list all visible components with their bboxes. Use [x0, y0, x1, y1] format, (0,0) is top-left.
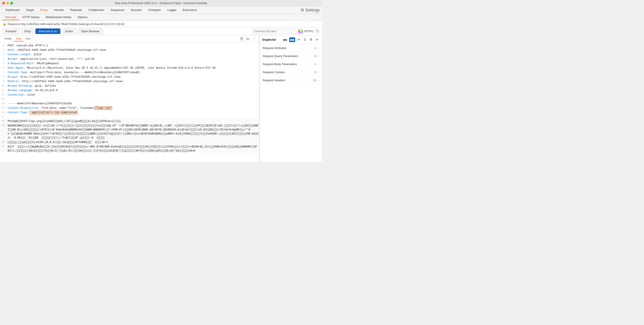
inspector-row[interactable]: Request Query Parameters0›: [260, 52, 322, 60]
inspector-title: Inspector: [262, 38, 281, 42]
request-body: 1POST /upload.php HTTP/1.12Host: c663f3e…: [0, 42, 259, 162]
line-content: Referer: http://c663f3e2-4485-4ae8-a25b-…: [7, 80, 259, 84]
http-version-label: HTTP/1: [304, 30, 314, 33]
settings-button[interactable]: ⚙ Settings: [300, 8, 320, 12]
inspector-row-label: Request Headers: [263, 78, 313, 82]
line-number: 20: [0, 140, 7, 144]
nav-item-proxy[interactable]: Proxy: [37, 7, 51, 13]
line-content: Content-Length: 14214: [7, 52, 259, 57]
forward-button[interactable]: Forward: [2, 28, 20, 34]
inspector-row-label: Request Query Parameters: [263, 54, 314, 58]
second-nav: Intercept HTTP history WebSockets histor…: [0, 14, 322, 21]
intercept-button[interactable]: Intercept is on: [35, 28, 60, 34]
line-number: 16: [0, 110, 7, 114]
svg-point-7: [300, 32, 301, 33]
top-nav-right: ⚙ Settings: [300, 8, 320, 12]
line-number: 13: [0, 97, 7, 101]
maximize-button[interactable]: [10, 2, 13, 4]
more-options-button[interactable]: ⋮: [252, 36, 257, 42]
nav-item-logger[interactable]: Logger: [164, 7, 180, 13]
inspector-grid-view-button[interactable]: ■■: [282, 38, 288, 42]
request-line: 21A  f` J   (</  NgØØuØw  Z$-  m{5 Md}Øy…: [0, 144, 259, 153]
main-content: Pretty Raw Hex ☰ \n ⋮ 1POST /upload.php …: [0, 35, 322, 162]
tab-intercept[interactable]: Intercept: [2, 14, 19, 20]
spectrum-icon: [298, 29, 303, 34]
request-line: 15Content-Disposition: form-data; name="…: [0, 106, 259, 110]
request-line: 10Accept-Encoding: gzip, deflate: [0, 84, 259, 88]
inspector-row-label: Request Body Parameters: [263, 62, 314, 66]
request-line: 14------WebKitFormBoundaryjS40GYSSftsUau…: [0, 102, 259, 106]
request-line: 12Connection: close: [0, 93, 259, 97]
inspector-settings-button[interactable]: ⚙: [308, 37, 313, 42]
line-number: 6: [0, 66, 7, 70]
tab-websockets-history[interactable]: WebSockets history: [43, 14, 74, 20]
line-content: X-Requested-With: XMLHttpRequest: [7, 62, 259, 66]
toolbar: Forward Drop Intercept is on Action Open…: [0, 27, 322, 35]
line-content: PKxDgW  056T<logo.png ZcwdAN2  mkb;LlNl …: [7, 119, 259, 123]
inspector-row[interactable]: Request Headers11›: [260, 76, 322, 84]
inspector-list-view-button[interactable]: ■■: [289, 38, 295, 42]
line-number: 4: [0, 57, 7, 61]
nav-item-dashboard[interactable]: Dashboard: [2, 7, 23, 13]
chevron-down-icon: ›: [317, 48, 320, 48]
help-button[interactable]: ?: [315, 29, 320, 34]
window-controls[interactable]: [2, 2, 13, 4]
inspector-align-right-button[interactable]: ⇕: [302, 37, 307, 42]
inspector-row[interactable]: Request Body Parameters1›: [260, 60, 322, 68]
action-button[interactable]: Action: [62, 28, 76, 34]
line-content: Accept-Encoding: gzip, deflate: [7, 84, 259, 88]
nav-item-target[interactable]: Target: [23, 7, 37, 13]
request-line: 5X-Requested-With: XMLHttpRequest: [0, 61, 259, 66]
line-number: 3: [0, 52, 7, 57]
close-button[interactable]: [2, 2, 5, 4]
minimize-button[interactable]: [6, 2, 9, 4]
tab-pretty[interactable]: Pretty: [2, 36, 14, 42]
tab-raw[interactable]: Raw: [14, 36, 24, 42]
request-line: 20      ;  q$    ty>0100: Ø,Ø,0/   -Uä Q…: [0, 140, 259, 144]
tab-hex[interactable]: Hex: [24, 36, 33, 42]
request-bar: 🔒 Request to http://c663f3e2-4485-4ae8-a…: [0, 21, 322, 27]
request-line: 2Host: c663f3e2-4485-4ae8-a25b-7ffed4703…: [0, 48, 259, 52]
line-number: 14: [0, 102, 7, 106]
comment-input[interactable]: [252, 29, 297, 34]
tab-http-history[interactable]: HTTP history: [20, 14, 42, 20]
line-content: POST /upload.php HTTP/1.1: [7, 44, 259, 48]
svg-point-0: [298, 31, 300, 32]
newline-button[interactable]: \n: [246, 36, 250, 42]
inspector-header: Inspector ■■ ■■ ⇔ ⇕ ⚙ ✕: [260, 35, 322, 44]
title-bar: Burp Suite Professional v2022.11.4 - Tem…: [0, 0, 322, 6]
request-line: 4Accept: application/json, text/javascri…: [0, 57, 259, 61]
line-number: 5: [0, 62, 7, 66]
inspector-row[interactable]: Request Cookies0›: [260, 68, 322, 76]
svg-point-8: [302, 32, 302, 33]
nav-item-decoder[interactable]: Decoder: [128, 7, 145, 13]
chevron-down-icon: ›: [317, 72, 320, 73]
request-line: 13: [0, 97, 259, 102]
line-number: 8: [0, 75, 7, 79]
nav-item-comparer[interactable]: Comparer: [145, 7, 164, 13]
inspector-row[interactable]: Request Attributes2›: [260, 44, 322, 52]
request-url: Request to http://c663f3e2-4485-4ae8-a25…: [8, 22, 124, 26]
nav-item-extensions[interactable]: Extensions: [180, 7, 200, 13]
request-line: 18PKxDgW  056T<logo.png ZcwdAN2  mkb;LlN…: [0, 119, 259, 123]
lock-icon: 🔒: [3, 22, 6, 26]
inspector-align-left-button[interactable]: ⇔: [296, 37, 301, 42]
nav-item-collaborator[interactable]: Collaborator: [85, 7, 108, 13]
nav-item-intruder[interactable]: Intruder: [51, 7, 67, 13]
line-content: Connection: close: [7, 93, 259, 97]
inspector-close-button[interactable]: ✕: [314, 37, 319, 42]
inspector-row-count: 1: [314, 63, 316, 66]
line-number: 7: [0, 70, 7, 74]
request-line: 16Content-Type: application/x-zip-compre…: [0, 110, 259, 115]
open-browser-button[interactable]: Open Browser: [78, 28, 103, 34]
line-number: 11: [0, 88, 7, 92]
tab-options[interactable]: Options: [75, 14, 90, 20]
request-line: 7Content-Type: multipart/form-data; boun…: [0, 70, 259, 75]
line-number: 21: [0, 144, 7, 153]
line-number: 12: [0, 93, 7, 97]
drop-button[interactable]: Drop: [21, 28, 34, 34]
nav-item-sequencer[interactable]: Sequencer: [108, 7, 128, 13]
word-wrap-button[interactable]: ☰: [239, 36, 244, 42]
inspector-row-count: 0: [314, 54, 316, 58]
nav-item-repeater[interactable]: Repeater: [67, 7, 85, 13]
